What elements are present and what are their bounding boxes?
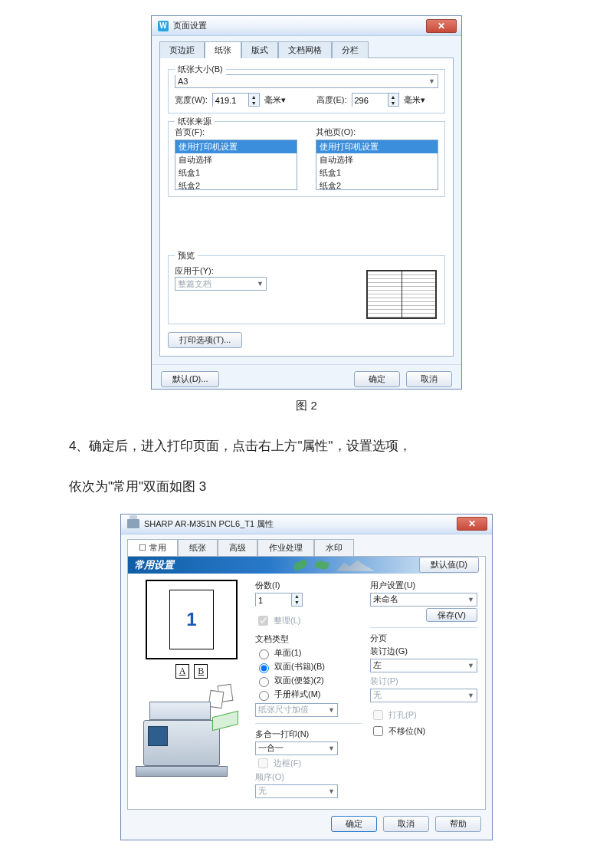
copies-spinner[interactable]: ▲▼ — [255, 593, 303, 607]
page-preview: 1 — [146, 580, 238, 659]
doctype-radio[interactable]: 双面(便签)(2) — [255, 674, 362, 688]
spin-up-icon[interactable]: ▲ — [388, 94, 398, 100]
figure-caption: 图 2 — [46, 399, 567, 413]
dialog-title: SHARP AR-M351N PCL6_T1 属性 — [144, 518, 274, 530]
doctype-radio[interactable]: 双面(书籍)(B) — [255, 660, 362, 674]
punch-checkbox: 打孔(P) — [370, 707, 477, 723]
section-header: 常用设置 默认值(D) — [128, 557, 485, 574]
ok-button[interactable]: 确定 — [331, 816, 377, 832]
tab-common[interactable]: ☐常用 — [127, 539, 178, 556]
paper-source-group: 纸张来源 首页(F): 使用打印机设置 自动选择 纸盒1 纸盒2 — [168, 121, 445, 197]
tab-columns[interactable]: 分栏 — [332, 41, 369, 58]
order-select: 无▼ — [255, 784, 338, 798]
width-label: 宽度(W): — [175, 94, 208, 106]
binding-edge-select[interactable]: 左▼ — [370, 659, 477, 672]
width-spinner[interactable]: ▲▼ — [212, 93, 260, 107]
width-unit[interactable]: 毫米▾ — [264, 94, 286, 106]
app-icon: W — [158, 21, 169, 31]
page-icon: ☐ — [139, 543, 146, 552]
preview-thumbnail — [366, 270, 437, 319]
list-item[interactable]: 纸盒1 — [175, 166, 297, 179]
tab-paper[interactable]: 纸张 — [205, 41, 241, 58]
spin-down-icon[interactable]: ▼ — [388, 100, 398, 106]
ok-button[interactable]: 确定 — [354, 371, 400, 387]
user-settings-label: 用户设置(U) — [370, 580, 477, 591]
help-button[interactable]: 帮助 — [435, 816, 481, 832]
list-item[interactable]: 使用打印机设置 — [316, 140, 438, 153]
preview-group: 预览 应用于(Y): 整篇文档 ▼ — [168, 255, 445, 324]
tabstrip: 页边距 纸张 版式 文档网格 分栏 — [159, 41, 454, 58]
binding-edge-label: 装订边(G) — [370, 646, 477, 657]
tab-job[interactable]: 作业处理 — [257, 539, 314, 556]
height-input[interactable] — [352, 94, 388, 107]
spin-down-icon[interactable]: ▼ — [249, 100, 259, 106]
nup-select[interactable]: 一合一▼ — [255, 741, 338, 755]
width-input[interactable] — [213, 94, 248, 107]
other-pages-label: 其他页(O): — [316, 127, 356, 136]
printer-illustration — [136, 685, 243, 777]
tab-paper[interactable]: 纸张 — [178, 539, 218, 556]
titlebar[interactable]: W 页面设置 ✕ — [152, 16, 461, 36]
other-pages-list[interactable]: 使用打印机设置 自动选择 纸盒1 纸盒2 — [316, 140, 438, 190]
list-item[interactable]: 纸盒1 — [316, 166, 438, 179]
tab-layout[interactable]: 版式 — [241, 41, 278, 58]
list-item[interactable]: 纸盒2 — [175, 179, 297, 190]
staple-label: 装订(P) — [370, 676, 477, 687]
body-paragraph: 4、确定后，进入打印页面，点击右上方"属性"，设置选项， — [69, 432, 544, 460]
collate-checkbox: 整理(L) — [255, 613, 362, 629]
defaults-button[interactable]: 默认值(D) — [419, 557, 479, 573]
list-item[interactable]: 纸盒2 — [316, 179, 438, 190]
doctype-label: 文档类型 — [255, 633, 362, 645]
list-item[interactable]: 自动选择 — [175, 153, 297, 166]
paging-label: 分页 — [370, 633, 477, 644]
height-unit[interactable]: 毫米▾ — [404, 94, 425, 106]
titlebar[interactable]: SHARP AR-M351N PCL6_T1 属性 ✕ — [121, 515, 492, 534]
height-label: 高度(E): — [316, 94, 347, 106]
paper-size-group: 纸张大小(B) A3 ▼ 宽度(W): ▲▼ 毫米▾ 高度(E): — [168, 69, 445, 113]
orientation-indicator: A B — [136, 664, 247, 679]
list-item[interactable]: 自动选择 — [316, 153, 438, 166]
print-options-button[interactable]: 打印选项(T)... — [168, 332, 242, 348]
nup-label: 多合一打印(N) — [255, 728, 362, 740]
save-button[interactable]: 保存(V) — [426, 608, 477, 622]
apply-to-select[interactable]: 整篇文档 ▼ — [175, 277, 267, 291]
first-page-label: 首页(F): — [175, 127, 205, 136]
user-settings-select[interactable]: 未命名▼ — [370, 593, 477, 607]
staple-select: 无▼ — [370, 689, 477, 702]
border-checkbox: 边框(F) — [255, 755, 362, 771]
page-setup-dialog: W 页面设置 ✕ 页边距 纸张 版式 文档网格 分栏 纸张大小(B) A3 ▼ — [151, 15, 462, 390]
paper-size-select[interactable]: A3 ▼ — [175, 74, 438, 88]
tab-margins[interactable]: 页边距 — [159, 41, 205, 58]
tab-docgrid[interactable]: 文档网格 — [278, 41, 332, 58]
tab-advanced[interactable]: 高级 — [218, 539, 257, 556]
printer-icon — [127, 519, 139, 528]
close-icon[interactable]: ✕ — [426, 19, 457, 33]
cancel-button[interactable]: 取消 — [406, 371, 452, 387]
order-label: 顺序(O) — [255, 771, 362, 783]
dialog-title: 页面设置 — [173, 20, 207, 31]
doctype-radio[interactable]: 手册样式(M) — [255, 688, 362, 702]
paper-enlarge-select: 纸张尺寸加倍▼ — [255, 703, 338, 717]
apply-to-label: 应用于(Y): — [175, 265, 214, 277]
copies-label: 份数(I) — [255, 580, 362, 591]
copies-input[interactable] — [256, 593, 291, 607]
printer-properties-dialog: SHARP AR-M351N PCL6_T1 属性 ✕ ☐常用 纸张 高级 作业… — [120, 514, 493, 840]
tabstrip: ☐常用 纸张 高级 作业处理 水印 — [121, 534, 492, 556]
chevron-down-icon: ▼ — [257, 280, 264, 288]
tab-watermark[interactable]: 水印 — [314, 539, 354, 556]
noshift-checkbox[interactable]: 不移位(N) — [370, 723, 477, 739]
cancel-button[interactable]: 取消 — [383, 816, 429, 832]
chevron-down-icon: ▼ — [428, 77, 435, 85]
doctype-radio[interactable]: 单面(1) — [255, 646, 362, 660]
body-paragraph: 依次为"常用"双面如图 3 — [69, 472, 544, 501]
close-icon[interactable]: ✕ — [457, 517, 487, 531]
default-button[interactable]: 默认(D)... — [161, 371, 219, 387]
height-spinner[interactable]: ▲▼ — [352, 93, 399, 107]
spin-down-icon[interactable]: ▼ — [292, 600, 302, 606]
spin-up-icon[interactable]: ▲ — [292, 593, 302, 600]
spin-up-icon[interactable]: ▲ — [249, 94, 259, 100]
first-page-list[interactable]: 使用打印机设置 自动选择 纸盒1 纸盒2 — [175, 140, 297, 190]
list-item[interactable]: 使用打印机设置 — [175, 140, 297, 153]
